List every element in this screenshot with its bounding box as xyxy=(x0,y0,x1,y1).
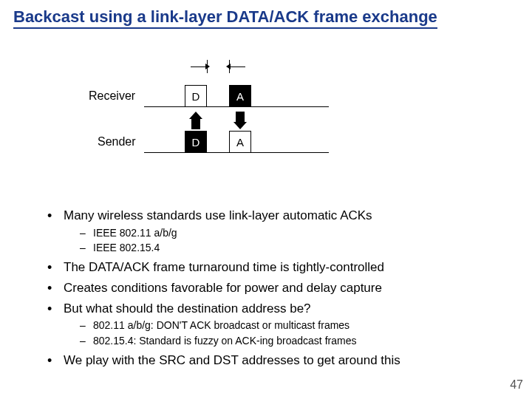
sender-label: Sender xyxy=(98,135,136,149)
receiver-data-box: D xyxy=(185,85,207,107)
bullet-4-text: But what should the destination address … xyxy=(64,301,311,316)
sender-ack-box: A xyxy=(229,131,251,153)
bullet-2: The DATA/ACK frame turnaround time is ti… xyxy=(44,259,502,276)
sender-data-box: D xyxy=(185,131,207,153)
slide: Backcast using a link-layer DATA/ACK fra… xyxy=(0,0,532,399)
timing-diagram: Receiver D A Sender D A xyxy=(0,55,532,181)
bullet-list: Many wireless standards use link-layer a… xyxy=(44,207,502,372)
bullet-5-text: We play with the SRC and DST addresses t… xyxy=(64,353,400,367)
bullet-1: Many wireless standards use link-layer a… xyxy=(44,207,502,256)
bullet-4-sub-1: 802.11 a/b/g: DON'T ACK broadcast or mul… xyxy=(64,318,502,333)
slide-title-text: Backcast using a link-layer DATA/ACK fra… xyxy=(13,7,437,29)
bullet-5: We play with the SRC and DST addresses t… xyxy=(44,352,502,369)
receiver-label: Receiver xyxy=(89,89,135,103)
receiver-ack-box: A xyxy=(229,85,251,107)
bullet-4-sub-2: 802.15.4: Standard is fuzzy on ACK-ing b… xyxy=(64,334,502,349)
bullet-1-sub-2: IEEE 802.15.4 xyxy=(64,241,502,256)
bullet-1-sub-1: IEEE 802.11 a/b/g xyxy=(64,226,502,241)
sender-data-label: D xyxy=(192,136,200,149)
bullet-4: But what should the destination address … xyxy=(44,300,502,349)
slide-title: Backcast using a link-layer DATA/ACK fra… xyxy=(13,7,437,27)
bullet-2-text: The DATA/ACK frame turnaround time is ti… xyxy=(64,260,384,274)
bullet-3: Creates conditions favorable for power a… xyxy=(44,279,502,297)
bullet-3-text: Creates conditions favorable for power a… xyxy=(64,281,382,295)
bullet-1-text: Many wireless standards use link-layer a… xyxy=(64,208,372,222)
page-number: 47 xyxy=(510,378,523,392)
